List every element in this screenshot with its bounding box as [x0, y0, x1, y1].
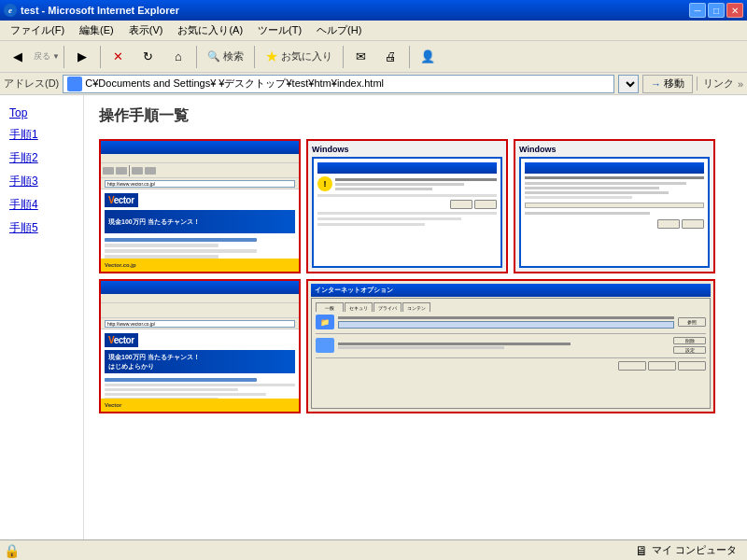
sim-title-1 [101, 141, 299, 154]
sidebar-link-step5[interactable]: 手順5 [9, 220, 74, 236]
title-bar-buttons: ─ □ ✕ [689, 3, 743, 18]
sidebar-link-step2[interactable]: 手順2 [9, 150, 74, 166]
sim-dlg-btn-2b [474, 200, 497, 209]
main-container: Top 手順1 手順2 手順3 手順4 手順5 操作手順一覧 [0, 95, 747, 539]
address-input-container[interactable]: C¥Documents and Settings¥ ¥デスクトップ¥test¥h… [63, 75, 614, 93]
status-bar: 🔒 🖥 マイ コンピュータ [0, 539, 747, 560]
links-label[interactable]: リンク [697, 77, 734, 91]
sim-bottom-bar-1: Vector.co.jp [101, 259, 299, 272]
sim-dlg-titlebar-3 [525, 162, 704, 174]
address-value: C¥Documents and Settings¥ ¥デスクトップ¥test¥h… [85, 77, 384, 91]
sim-banner-4: 現金100万円 当たるチャンス！はじめよらかり [105, 350, 295, 373]
sim-dlg5-title: インターネットオプション [311, 284, 711, 297]
menu-file[interactable]: ファイル(F) [4, 21, 71, 40]
stop-button[interactable]: ✕ [105, 44, 133, 70]
sidebar-link-step4[interactable]: 手順4 [9, 197, 74, 213]
forward-button[interactable]: ▶ [68, 44, 96, 70]
refresh-button[interactable]: ↻ [134, 44, 162, 70]
star-icon: ★ [265, 48, 278, 65]
toolbar-separator-2 [100, 46, 101, 68]
sidebar-link-step1[interactable]: 手順1 [9, 127, 74, 143]
sim-dlg-btn-3b [682, 219, 704, 229]
address-bar: アドレス(D) C¥Documents and Settings¥ ¥デスクトッ… [0, 73, 747, 95]
screenshot-1-inner: http://www.vector.co.jp/ Vector 現金100万円 … [101, 141, 299, 272]
user-button[interactable]: 👤 [414, 44, 442, 70]
computer-label: マイ コンピュータ [652, 543, 737, 557]
content-area: 操作手順一覧 [84, 95, 747, 539]
sim-dlg5-tabs: 一般 セキュリ プライバ コンテン [316, 302, 706, 312]
menu-edit[interactable]: 編集(E) [73, 21, 120, 40]
sidebar-link-top[interactable]: Top [9, 106, 74, 119]
screenshot-3[interactable]: Windows [514, 139, 715, 273]
sim-toolbar-4 [101, 303, 299, 318]
title-bar-left: e test - Microsoft Internet Explorer [4, 4, 179, 17]
search-button[interactable]: 🔍 検索 [201, 44, 250, 70]
window-title: test - Microsoft Internet Explorer [21, 5, 179, 16]
sim-dlg-btn-2a [450, 200, 472, 209]
status-left: 🔒 [4, 543, 23, 558]
vector-logo-4: Vector [105, 333, 138, 347]
close-button[interactable]: ✕ [726, 3, 743, 18]
vector-logo-1: Vector [105, 193, 138, 207]
address-label: アドレス(D) [4, 77, 59, 91]
minimize-button[interactable]: ─ [689, 3, 706, 18]
favorites-label: お気に入り [281, 49, 332, 63]
sim-dialog-content-3 [519, 157, 710, 268]
menu-tools[interactable]: ツール(T) [251, 21, 308, 40]
favorites-button[interactable]: ★ お気に入り [259, 44, 339, 70]
warning-icon: ! [317, 176, 332, 191]
address-dropdown[interactable] [618, 75, 639, 93]
mail-button[interactable]: ✉ [347, 44, 375, 70]
menu-view[interactable]: 表示(V) [122, 21, 170, 40]
sim-addr-box-1: http://www.vector.co.jp/ [105, 180, 295, 188]
ie-icon: e [4, 4, 17, 17]
print-button[interactable]: 🖨 [377, 44, 405, 70]
sim-windows-title-3: Windows [519, 145, 710, 154]
screenshot-1[interactable]: http://www.vector.co.jp/ Vector 現金100万円 … [99, 139, 301, 273]
sim-dlg5-ok [618, 361, 646, 371]
sim-addr-1: http://www.vector.co.jp/ [101, 178, 299, 189]
screenshot-grid: http://www.vector.co.jp/ Vector 現金100万円 … [99, 139, 715, 413]
sim-dlg-body-2: ! [317, 176, 497, 226]
sim-dlg5-content: 📁 参照 [316, 315, 706, 371]
sim-dlg5-cancel [648, 361, 676, 371]
toolbar-separator-1 [63, 46, 64, 68]
sim-dlg5-icon1: 📁 [316, 315, 334, 329]
page-icon [67, 77, 82, 91]
back-button[interactable]: ◀ [4, 44, 32, 70]
screenshot-4-inner: http://www.vector.co.jp/ Vector 現金100万円 … [101, 281, 299, 412]
screenshot-2-inner: Windows ! [308, 141, 506, 272]
sim-dlg5-apply [678, 361, 706, 371]
sim-bottom-bar-4: Vector [101, 399, 299, 412]
screenshot-3-inner: Windows [515, 141, 713, 272]
page-title: 操作手順一覧 [99, 106, 732, 126]
toolbar-separator-4 [254, 46, 255, 68]
computer-icon: 🖥 [635, 543, 648, 558]
screenshot-4[interactable]: http://www.vector.co.jp/ Vector 現金100万円 … [99, 279, 301, 413]
menu-bar: ファイル(F) 編集(E) 表示(V) お気に入り(A) ツール(T) ヘルプ(… [0, 21, 747, 41]
sim-windows-title-2: Windows [312, 145, 502, 154]
home-button[interactable]: ⌂ [164, 44, 192, 70]
maximize-button[interactable]: □ [708, 3, 725, 18]
screenshot-2[interactable]: Windows ! [306, 139, 508, 273]
sidebar: Top 手順1 手順2 手順3 手順4 手順5 [0, 95, 84, 539]
computer-status: 🖥 マイ コンピュータ [628, 541, 743, 560]
status-right: 🖥 マイ コンピュータ [628, 541, 743, 560]
sim-addr-4: http://www.vector.co.jp/ [101, 318, 299, 329]
screenshot-5[interactable]: インターネットオプション 一般 セキュリ プライバ コンテン [306, 279, 715, 413]
sidebar-link-step3[interactable]: 手順3 [9, 174, 74, 189]
menu-help[interactable]: ヘルプ(H) [310, 21, 368, 40]
sim-addr-box-4: http://www.vector.co.jp/ [105, 320, 295, 328]
lock-icon: 🔒 [4, 543, 20, 558]
toolbar: ◀ 戻る ▼ ▶ ✕ ↻ ⌂ 🔍 検索 ★ お気に入り ✉ 🖨 👤 [0, 41, 747, 73]
sim-dialog-content-2: ! [312, 157, 502, 268]
go-button[interactable]: → 移動 [642, 75, 693, 93]
menu-favorites[interactable]: お気に入り(A) [171, 21, 249, 40]
back-arrow: ▼ [52, 52, 60, 61]
go-arrow-icon: → [651, 78, 661, 90]
toolbar-separator-6 [409, 46, 410, 68]
sim-dlg-body-3 [525, 176, 704, 229]
sim-banner-1: 現金100万円 当たるチャンス！ [105, 210, 295, 233]
sim-dlg5-icon2 [316, 338, 334, 353]
sim-menu-4 [101, 294, 299, 303]
